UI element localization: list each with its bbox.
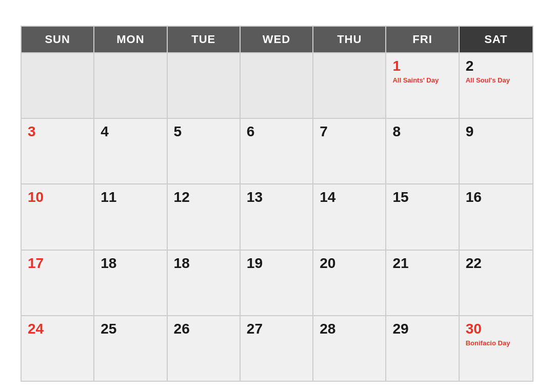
week-row-4: 17181819202122 — [22, 250, 532, 315]
day-cell-12: 12 — [168, 184, 241, 249]
event-label: Bonifacio Day — [466, 339, 526, 348]
week-row-1: 1All Saints' Day2All Soul's Day — [22, 52, 532, 118]
week-row-5: 24252627282930Bonifacio Day — [22, 315, 532, 381]
day-number: 5 — [174, 124, 233, 140]
day-cell-30: 30Bonifacio Day — [460, 316, 532, 381]
day-cell-27: 27 — [241, 316, 313, 381]
day-cell-empty-4 — [313, 53, 386, 118]
day-number: 21 — [392, 256, 452, 272]
day-cell-5: 5 — [168, 119, 241, 183]
event-label: All Saints' Day — [392, 76, 452, 85]
day-cell-empty-0 — [22, 53, 94, 118]
day-header-sun: SUN — [22, 27, 94, 52]
day-cell-24: 24 — [22, 316, 94, 381]
day-cell-21: 21 — [386, 251, 459, 315]
day-cell-28: 28 — [313, 316, 386, 381]
day-cell-empty-2 — [168, 53, 241, 118]
day-number: 28 — [320, 321, 379, 337]
week-row-2: 3456789 — [22, 118, 532, 183]
day-cell-empty-1 — [94, 53, 167, 118]
day-number: 30 — [466, 321, 526, 337]
day-number: 3 — [28, 124, 87, 140]
day-cell-26: 26 — [168, 316, 241, 381]
day-cell-25: 25 — [94, 316, 167, 381]
day-number: 13 — [247, 190, 306, 205]
day-header-mon: MON — [94, 27, 167, 52]
day-header-tue: TUE — [168, 27, 241, 52]
day-number: 22 — [466, 256, 526, 272]
day-cell-4: 4 — [94, 119, 167, 183]
day-number: 26 — [174, 321, 233, 337]
day-header-sat: SAT — [460, 27, 532, 52]
week-row-3: 10111213141516 — [22, 183, 532, 249]
day-number: 16 — [466, 190, 526, 205]
day-cell-2: 2All Soul's Day — [460, 53, 532, 118]
day-cell-18: 18 — [168, 251, 241, 315]
day-number: 19 — [247, 256, 306, 272]
day-number: 24 — [28, 321, 87, 337]
day-number: 7 — [320, 124, 379, 140]
day-cell-7: 7 — [313, 119, 386, 183]
day-cell-17: 17 — [22, 251, 94, 315]
day-cell-15: 15 — [386, 184, 459, 249]
day-number: 11 — [101, 190, 160, 205]
day-number: 17 — [28, 256, 87, 272]
day-number: 18 — [101, 256, 160, 272]
day-cell-11: 11 — [94, 184, 167, 249]
day-cell-14: 14 — [313, 184, 386, 249]
day-number: 4 — [101, 124, 160, 140]
day-header-thu: THU — [313, 27, 386, 52]
day-cell-9: 9 — [460, 119, 532, 183]
day-number: 29 — [392, 321, 452, 337]
day-number: 18 — [174, 256, 233, 272]
day-number: 1 — [392, 58, 452, 74]
day-number: 27 — [247, 321, 306, 337]
day-number: 9 — [466, 124, 526, 140]
day-number: 25 — [101, 321, 160, 337]
day-number: 12 — [174, 190, 233, 205]
day-cell-29: 29 — [386, 316, 459, 381]
calendar-grid: SUNMONTUEWEDTHUFRISAT 1All Saints' Day2A… — [21, 26, 533, 382]
day-number: 14 — [320, 190, 379, 205]
day-cell-20: 20 — [313, 251, 386, 315]
day-cell-10: 10 — [22, 184, 94, 249]
day-header-wed: WED — [241, 27, 313, 52]
day-cell-3: 3 — [22, 119, 94, 183]
day-number: 10 — [28, 190, 87, 205]
day-header-fri: FRI — [386, 27, 459, 52]
day-cell-13: 13 — [241, 184, 313, 249]
day-number: 15 — [392, 190, 452, 205]
day-cell-16: 16 — [460, 184, 532, 249]
day-cell-18: 18 — [94, 251, 167, 315]
calendar-body: 1All Saints' Day2All Soul's Day345678910… — [22, 52, 532, 381]
day-cell-6: 6 — [241, 119, 313, 183]
days-of-week-row: SUNMONTUEWEDTHUFRISAT — [22, 27, 532, 52]
day-cell-1: 1All Saints' Day — [386, 53, 459, 118]
day-number: 2 — [466, 58, 526, 74]
day-cell-22: 22 — [460, 251, 532, 315]
day-number: 8 — [392, 124, 452, 140]
day-cell-8: 8 — [386, 119, 459, 183]
day-number: 6 — [247, 124, 306, 140]
day-cell-19: 19 — [241, 251, 313, 315]
day-cell-empty-3 — [241, 53, 313, 118]
event-label: All Soul's Day — [466, 76, 526, 85]
day-number: 20 — [320, 256, 379, 272]
